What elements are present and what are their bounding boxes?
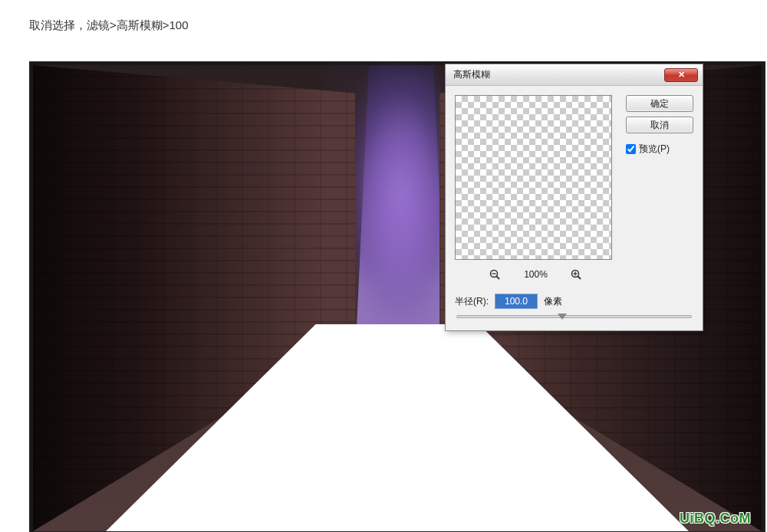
radius-label: 半径(R):: [455, 295, 489, 308]
ok-button[interactable]: 确定: [626, 95, 693, 112]
preview-area: 100%: [455, 95, 617, 281]
close-button[interactable]: ✕: [664, 68, 698, 82]
radius-slider[interactable]: [456, 315, 692, 318]
radius-row: 半径(R): 像素: [446, 291, 703, 315]
preview-canvas[interactable]: [455, 95, 612, 260]
svg-line-4: [578, 276, 581, 279]
radius-input[interactable]: [495, 294, 538, 309]
preview-checkbox-label: 预览(P): [639, 143, 670, 156]
zoom-level-label: 100%: [521, 269, 551, 280]
zoom-in-button[interactable]: [570, 268, 584, 281]
cancel-button[interactable]: 取消: [626, 117, 693, 133]
dialog-side-controls: 确定 取消 预览(P): [626, 95, 693, 156]
zoom-out-button[interactable]: [489, 268, 502, 281]
svg-line-1: [497, 276, 500, 279]
watermark-text: UiBQ.CoM: [680, 511, 751, 527]
radius-slider-row: [446, 315, 703, 330]
gaussian-blur-dialog: 高斯模糊 ✕ 100% 确定 取消 预览(P): [445, 64, 703, 331]
dialog-title: 高斯模糊: [453, 68, 490, 81]
close-icon: ✕: [678, 70, 685, 80]
radius-unit-label: 像素: [544, 295, 562, 308]
zoom-in-icon: [571, 269, 582, 281]
preview-checkbox-row[interactable]: 预览(P): [626, 143, 693, 156]
radius-slider-thumb[interactable]: [558, 314, 567, 320]
zoom-controls: 100%: [455, 268, 617, 281]
zoom-out-icon: [489, 269, 501, 281]
dialog-body: 100% 确定 取消 预览(P): [446, 86, 703, 291]
dialog-titlebar[interactable]: 高斯模糊 ✕: [446, 64, 703, 86]
preview-checkbox[interactable]: [626, 144, 636, 154]
instruction-text: 取消选择，滤镜>高斯模糊>100: [29, 18, 189, 33]
